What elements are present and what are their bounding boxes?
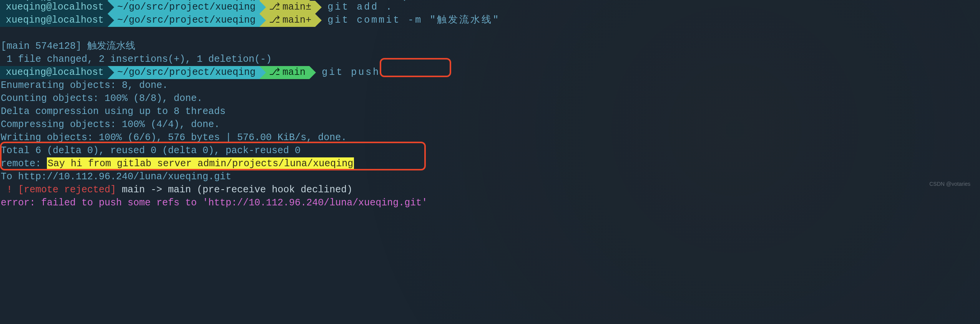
reject-detail: main -> main (pre-receive hook declined) xyxy=(116,183,352,197)
output-line: Delta compression using up to 8 threads xyxy=(0,105,980,118)
separator-icon xyxy=(108,66,114,79)
annotation-box xyxy=(0,142,426,170)
command-text: git add . xyxy=(322,1,393,14)
prompt-path: ~/go/src/project/xueqing xyxy=(108,1,259,14)
prompt-user: xueqing@localhost xyxy=(0,14,108,27)
branch-icon: ⎇ xyxy=(269,66,280,79)
separator-icon xyxy=(309,0,316,1)
separator-icon xyxy=(108,1,114,14)
prompt-branch: ⎇main + xyxy=(259,14,315,27)
prompt-line[interactable]: xueqing@localhost ~/go/src/project/xueqi… xyxy=(0,1,980,14)
prompt-line[interactable]: xueqing@localhost ~/go/src/project/xueqi… xyxy=(0,14,980,27)
output-line: 1 file changed, 2 insertions(+), 1 delet… xyxy=(0,53,980,66)
separator-icon xyxy=(315,14,322,27)
terminal-output: xueqing@localhost ~/go/src/project/xueqi… xyxy=(0,0,980,210)
prompt-path: ~/go/src/project/xueqing xyxy=(108,66,259,79)
separator-icon xyxy=(259,1,266,14)
separator-icon xyxy=(108,14,114,27)
output-line: To http://10.112.96.240/luna/xueqing.git xyxy=(0,170,980,183)
reject-bang: ! xyxy=(1,183,18,197)
prompt-user: xueqing@localhost xyxy=(0,66,108,79)
prompt-branch: ⎇main ± xyxy=(259,1,315,14)
command-text: git push xyxy=(316,66,380,79)
separator-icon xyxy=(309,66,316,79)
annotation-box xyxy=(380,58,451,77)
prompt-path: ~/go/src/project/xueqing xyxy=(108,14,259,27)
separator-icon xyxy=(259,14,266,27)
output-line: Compressing objects: 100% (4/4), done. xyxy=(0,118,980,131)
output-line: Enumerating objects: 8, done. xyxy=(0,79,980,92)
output-line: [main 574e128] 触发流水线 xyxy=(0,40,980,53)
separator-icon xyxy=(315,1,322,14)
watermark-text: CSDN @votaries xyxy=(929,180,970,188)
error-line: error: failed to push some refs to 'http… xyxy=(0,197,980,210)
prompt-user: xueqing@localhost xyxy=(0,1,108,14)
prompt-branch: ⎇main xyxy=(259,66,309,79)
reject-line: ! [remote rejected] main -> main (pre-re… xyxy=(0,183,980,197)
prompt-line[interactable]: xueqing@localhost ~/go/src/project/xueqi… xyxy=(0,66,980,79)
branch-icon: ⎇ xyxy=(269,14,280,27)
output-line: Counting objects: 100% (8/8), done. xyxy=(0,92,980,105)
reject-bracket: [remote rejected] xyxy=(18,183,116,197)
command-text: git commit -m "触发流水线" xyxy=(322,14,500,27)
branch-icon: ⎇ xyxy=(269,1,280,14)
separator-icon xyxy=(259,66,266,79)
